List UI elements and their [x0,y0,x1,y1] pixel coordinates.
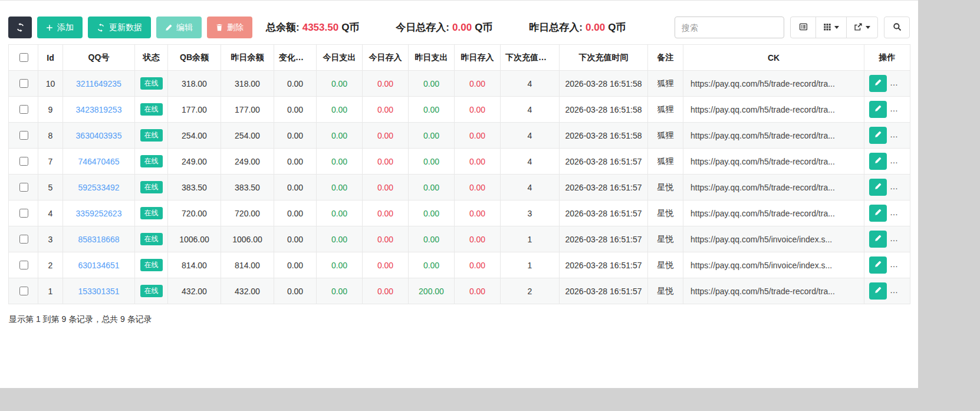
cell-change: 0.00 [274,278,317,304]
pencil-icon [874,131,882,140]
cell-yesterday_balance: 383.50 [221,175,274,200]
select-all-checkbox[interactable] [19,53,28,62]
row-edit-button[interactable] [869,179,887,196]
cell-yesterday_in: 0.00 [455,278,501,304]
cell-id: 10 [38,71,63,97]
status-badge: 在线 [140,259,163,271]
column-header-id: Id [38,45,63,71]
row-checkbox[interactable] [19,131,28,140]
row-checkbox[interactable] [19,235,28,244]
total-balance-unit: Q币 [341,22,359,33]
cell-actions [864,97,910,123]
row-edit-button[interactable] [869,257,887,274]
cell-yesterday_balance: 254.00 [221,123,274,149]
pencil-icon [874,79,882,88]
status-badge: 在线 [140,233,163,245]
cell-note: 狐狸 [648,149,683,175]
cell-status: 在线 [135,123,168,149]
cell-next_count: 2 [501,278,560,304]
qq-link[interactable]: 153301351 [78,287,119,296]
columns-grid-icon [823,22,831,32]
qq-link[interactable]: 630134651 [78,261,119,270]
update-data-button[interactable]: 更新数据 [88,17,151,38]
columns-dropdown-button[interactable] [815,17,847,38]
row-checkbox[interactable] [19,79,28,88]
row-edit-button[interactable] [869,127,887,144]
cell-qb_balance: 383.50 [168,175,221,200]
cell-today_in: 0.00 [363,71,409,97]
row-checkbox[interactable] [19,157,28,166]
table-row: 93423819253在线177.00177.000.000.000.000.0… [9,97,910,123]
cell-actions [864,252,910,278]
table-row: 43359252623在线720.00720.000.000.000.000.0… [9,200,910,226]
edit-button[interactable]: 编辑 [156,17,202,38]
refresh-button[interactable] [8,17,32,38]
row-checkbox[interactable] [19,261,28,269]
cell-ck: https://pay.qq.com/h5/trade-record/tra..… [683,123,864,149]
total-balance-label: 总余额: [266,22,300,33]
cell-next_time: 2026-03-28 16:51:57 [560,226,648,252]
row-checkbox[interactable] [19,287,28,295]
qq-link[interactable]: 3630403935 [76,131,122,140]
cell-qb_balance: 1006.00 [168,226,221,252]
today-deposit-stat: 今日总存入:0.00Q币 [396,21,492,34]
row-checkbox[interactable] [19,183,28,192]
plus-icon [46,24,53,31]
qq-link[interactable]: 3359252623 [76,209,122,218]
toggle-card-view-button[interactable] [790,17,816,38]
search-button[interactable] [884,17,910,38]
cell-status: 在线 [135,252,168,278]
cell-next_count: 4 [501,149,560,175]
row-select-cell [9,278,38,304]
total-balance-stat: 总余额:4353.50Q币 [266,21,359,34]
cell-qq: 746470465 [63,149,135,175]
qq-link[interactable]: 3211649235 [76,79,121,88]
row-edit-button[interactable] [869,101,887,118]
cell-ck: https://pay.qq.com/h5/trade-record/tra..… [683,71,864,97]
cell-ck: https://pay.qq.com/h5/trade-record/tra..… [683,175,864,200]
add-button[interactable]: 添加 [37,17,83,38]
export-dropdown-button[interactable] [846,17,878,38]
cell-change: 0.00 [274,97,317,123]
row-select-cell [9,252,38,278]
table-body: 103211649235在线318.00318.000.000.000.000.… [9,71,910,304]
row-select-cell [9,97,38,123]
column-header-yesterday_out: 昨日支出 [409,45,455,71]
row-edit-button[interactable] [869,231,887,248]
pencil-icon [874,235,882,244]
qq-link[interactable]: 858318668 [78,235,119,244]
cell-qb_balance: 254.00 [168,123,221,149]
cell-next_count: 4 [501,97,560,123]
cell-qq: 3359252623 [63,200,135,226]
qq-link[interactable]: 746470465 [78,157,119,166]
qq-link[interactable]: 3423819253 [76,105,122,114]
cell-next_time: 2026-03-28 16:51:58 [560,97,648,123]
cell-ck: https://pay.qq.com/h5/trade-record/tra..… [683,149,864,175]
cell-qb_balance: 720.00 [168,200,221,226]
row-edit-button[interactable] [869,205,887,222]
qq-link[interactable]: 592533492 [78,183,119,192]
column-header-change: 变化数量 [274,45,317,71]
cell-yesterday_balance: 814.00 [221,252,274,278]
row-edit-button[interactable] [869,75,887,92]
search-icon [893,22,902,33]
toolbar-right [675,17,910,38]
today-deposit-value: 0.00 [452,22,472,33]
row-checkbox[interactable] [19,209,28,218]
row-checkbox[interactable] [19,105,28,114]
cell-today_in: 0.00 [363,149,409,175]
cell-yesterday_balance: 318.00 [221,71,274,97]
cell-change: 0.00 [274,175,317,200]
delete-button-label: 删除 [227,22,244,33]
row-edit-button[interactable] [869,282,887,300]
delete-button[interactable]: 删除 [207,17,252,38]
search-input[interactable] [675,17,784,38]
row-edit-button[interactable] [869,153,887,170]
cell-qb_balance: 318.00 [168,71,221,97]
cell-today_out: 0.00 [317,226,363,252]
cell-status: 在线 [135,97,168,123]
cell-next_count: 1 [501,252,560,278]
cell-yesterday_in: 0.00 [455,149,501,175]
cell-change: 0.00 [274,226,317,252]
cell-yesterday_balance: 1006.00 [221,226,274,252]
